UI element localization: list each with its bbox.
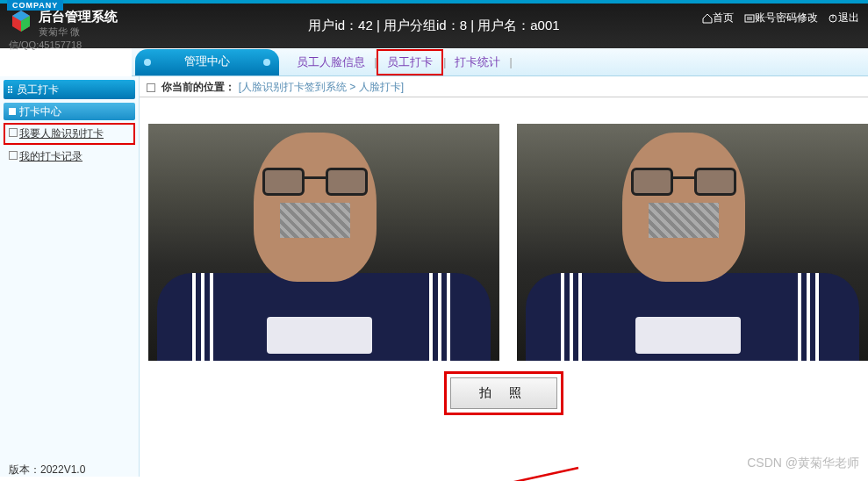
version-text: 版本：2022V1.0 (9, 463, 85, 477)
tab-separator: | (509, 56, 512, 68)
account-link[interactable]: 账号密码修改 (744, 11, 818, 24)
svg-line-9 (403, 468, 578, 481)
breadcrumb-label: 你当前的位置： (161, 81, 235, 93)
capture-button-highlight: 拍 照 (444, 371, 563, 415)
top-right-links: 首页 账号密码修改 退出 (686, 4, 868, 32)
sidebar-link-recognize[interactable]: 我要人脸识别打卡 (19, 127, 104, 140)
breadcrumb: 你当前的位置： [人脸识别打卡签到系统 > 人脸打卡] (140, 76, 868, 97)
tab-checkin[interactable]: 员工打卡 (377, 49, 443, 75)
home-icon (702, 13, 713, 24)
sidebar-item-records[interactable]: 我的打卡记录 (4, 147, 135, 166)
tab-face-info[interactable]: 员工人脸信息 (288, 51, 374, 74)
home-link[interactable]: 首页 (702, 11, 734, 24)
main-content: 你当前的位置： [人脸识别打卡签到系统 > 人脸打卡] (140, 76, 868, 477)
sub-tabs: 员工人脸信息 | 员工打卡 | 打卡统计 | (279, 48, 868, 75)
sidebar-item-recognize[interactable]: 我要人脸识别打卡 (4, 123, 135, 145)
svg-rect-3 (745, 15, 754, 22)
camera-preview-left (148, 124, 499, 361)
photo-row (140, 97, 868, 361)
logout-link[interactable]: 退出 (828, 11, 859, 24)
tab-stats[interactable]: 打卡统计 (446, 51, 509, 74)
breadcrumb-icon (147, 83, 155, 92)
capture-button[interactable]: 拍 照 (450, 377, 557, 409)
arrow-annotation (394, 463, 587, 481)
camera-preview-right (517, 124, 868, 361)
tab-bar: 管理中心 员工人脸信息 | 员工打卡 | 打卡统计 | (132, 48, 868, 76)
top-bar: COMPANY 后台管理系统 黄菊华 微信/QQ:45157718 用户id：4… (0, 0, 868, 48)
capture-row: 拍 照 (140, 371, 868, 415)
list-icon (744, 13, 755, 24)
management-center-tab[interactable]: 管理中心 (135, 49, 279, 75)
company-tag: COMPANY (7, 0, 63, 11)
sidebar-link-records[interactable]: 我的打卡记录 (19, 150, 82, 162)
power-icon (828, 13, 838, 24)
grip-icon (7, 85, 14, 94)
logo-area: 后台管理系统 黄菊华 微信/QQ:45157718 (0, 4, 132, 57)
sidebar-group-header[interactable]: 打卡中心 (4, 103, 135, 120)
watermark-text: CSDN @黄菊华老师 (747, 456, 859, 471)
sidebar: 员工打卡 打卡中心 我要人脸识别打卡 我的打卡记录 版本：2022V1.0 (0, 76, 140, 477)
logo-icon (9, 9, 33, 33)
breadcrumb-path: [人脸识别打卡签到系统 > 人脸打卡] (239, 81, 404, 93)
sidebar-section-header: 员工打卡 (4, 80, 135, 99)
